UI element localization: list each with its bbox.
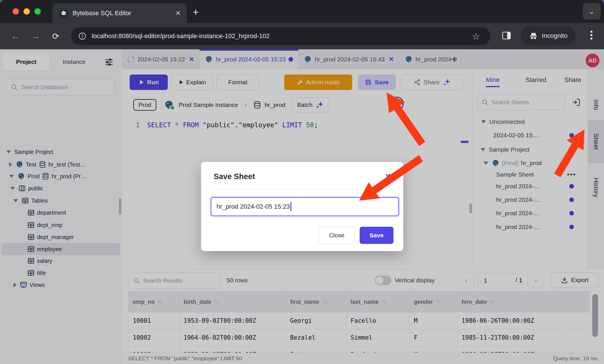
- forward-icon[interactable]: →: [32, 31, 40, 41]
- save-sheet-modal: Save Sheet ✕ hr_prod 2024-02-05 15:23 Cl…: [201, 162, 403, 251]
- modal-title: Save Sheet: [214, 172, 255, 181]
- reload-icon[interactable]: ⟳: [52, 31, 59, 41]
- url-text: localhost:8080/sql-editor/prod-sample-in…: [92, 32, 270, 40]
- new-browser-tab-button[interactable]: +: [193, 6, 199, 18]
- window-close-button[interactable]: [13, 8, 19, 15]
- bytebase-favicon: [59, 8, 69, 18]
- browser-tab[interactable]: Bytebase SQL Editor ✕: [52, 3, 187, 23]
- sheet-name-input[interactable]: hr_prod 2024-02-05 15:23: [211, 197, 399, 216]
- app-window: Bytebase SQL Editor ✕ + ⌄ ← → ⟳ localhos…: [0, 0, 604, 364]
- url-bar[interactable]: localhost:8080/sql-editor/prod-sample-in…: [71, 27, 490, 45]
- browser-tab-close-icon[interactable]: ✕: [175, 9, 181, 17]
- modal-close-button[interactable]: Close: [319, 227, 355, 244]
- incognito-icon: [529, 31, 538, 41]
- window-minimize-button[interactable]: [24, 8, 30, 15]
- side-panel-icon[interactable]: [501, 30, 512, 41]
- incognito-label: Incognito: [542, 32, 567, 40]
- browser-frame: Bytebase SQL Editor ✕ + ⌄: [0, 0, 604, 23]
- site-info-icon[interactable]: [78, 32, 87, 40]
- modal-save-button[interactable]: Save: [360, 227, 393, 244]
- browser-tab-title: Bytebase SQL Editor: [73, 9, 131, 17]
- incognito-badge: Incognito: [521, 26, 576, 45]
- browser-menu-kebab-icon[interactable]: •••: [589, 30, 594, 40]
- window-maximize-button[interactable]: [34, 8, 41, 15]
- modal-divider: [211, 189, 393, 189]
- tab-search-chevron-icon[interactable]: ⌄: [583, 3, 601, 19]
- modal-close-icon[interactable]: ✕: [385, 172, 391, 181]
- back-icon[interactable]: ←: [11, 31, 20, 41]
- text-caret: [291, 202, 291, 211]
- bookmark-star-icon[interactable]: ☆: [472, 31, 480, 42]
